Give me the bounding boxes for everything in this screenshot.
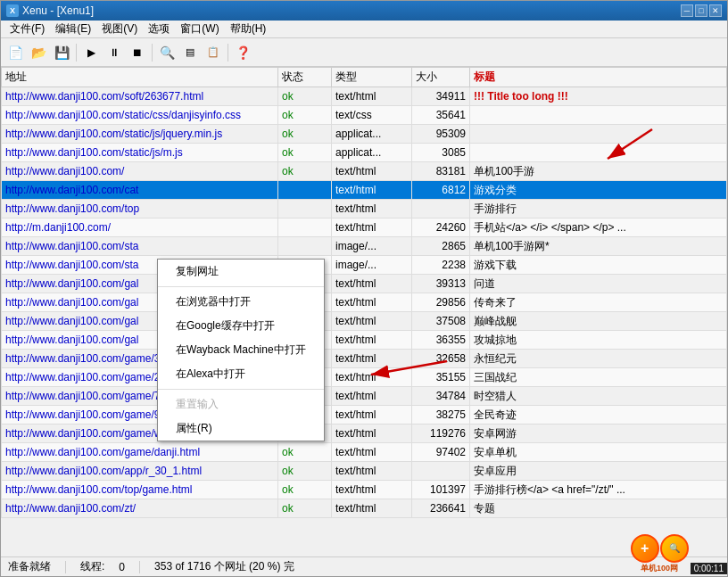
context-menu-sep2 <box>158 389 324 390</box>
context-menu-open-browser[interactable]: 在浏览器中打开 <box>158 290 324 314</box>
context-menu-open-alexa[interactable]: 在Alexa中打开 <box>158 362 324 386</box>
table-cell-size: 32658 <box>412 350 470 368</box>
context-menu-properties[interactable]: 属性(R) <box>158 416 324 441</box>
table-row[interactable]: http://www.danji100.com/static/js/jquery… <box>2 125 727 144</box>
context-menu-open-wayback[interactable]: 在Wayback Machine中打开 <box>158 338 324 362</box>
context-menu-open-google-cache[interactable]: 在Google缓存中打开 <box>158 314 324 338</box>
table-cell-type: image/... <box>332 256 412 275</box>
table-cell-type: image/... <box>332 237 412 256</box>
toolbar-open[interactable]: 📂 <box>28 42 49 63</box>
table-cell-size: 101397 <box>412 481 470 499</box>
table-cell-title: 安卓单机 <box>470 443 727 462</box>
url-link[interactable]: http://www.danji100.com/zt/ <box>5 502 136 515</box>
url-link[interactable]: http://www.danji100.com/top <box>5 202 139 215</box>
table-row[interactable]: http://www.danji100.com/staimage/...2865… <box>2 237 727 256</box>
menu-window[interactable]: 窗口(W) <box>175 20 224 38</box>
status-text: 准备就绪 <box>8 559 51 574</box>
table-cell-url: http://m.danji100.com/ <box>2 218 278 237</box>
url-link[interactable]: http://www.danji100.com/ <box>5 165 124 177</box>
url-link[interactable]: http://www.danji100.com/sta <box>5 259 138 271</box>
menu-view[interactable]: 视图(V) <box>96 20 143 38</box>
col-header-status[interactable]: 状态 <box>278 68 332 87</box>
title-bar-left: X Xenu - [Xenu1] <box>6 4 94 17</box>
toolbar-pause[interactable]: ⏸ <box>103 42 125 63</box>
table-cell-url: http://www.danji100.com/soft/263677.html <box>2 87 278 106</box>
close-button[interactable]: ✕ <box>709 4 722 17</box>
table-row[interactable]: http://www.danji100.com/galoktext/html39… <box>2 275 727 293</box>
url-link[interactable]: http://www.danji100.com/top/game.html <box>5 483 192 496</box>
table-row[interactable]: http://www.danji100.com/game/95.htmlokte… <box>2 406 727 425</box>
col-header-type[interactable]: 类型 <box>332 68 412 87</box>
table-cell-size: 95309 <box>412 125 470 144</box>
url-link[interactable]: http://www.danji100.com/gal <box>5 296 138 309</box>
minimize-button[interactable]: ─ <box>681 4 693 17</box>
table-row[interactable]: http://www.danji100.com/top/game.htmlokt… <box>2 481 727 499</box>
table-row[interactable]: http://www.danji100.com/staimage/...2238… <box>2 256 727 275</box>
col-header-size[interactable]: 大小 <box>412 68 470 87</box>
url-link[interactable]: http://www.danji100.com/app/r_30_1.html <box>5 465 202 477</box>
table-row[interactable]: http://www.danji100.com/app/r_30_1.htmlo… <box>2 462 727 481</box>
toolbar-start[interactable]: ▶ <box>80 42 102 63</box>
url-link[interactable]: http://www.danji100.com/static/js/m.js <box>5 146 183 159</box>
context-menu-copy-url[interactable]: 复制网址 <box>158 260 324 284</box>
toolbar-find[interactable]: 🔍 <box>156 42 178 63</box>
table-row[interactable]: http://www.danji100.com/static/css/danji… <box>2 106 727 125</box>
table-cell-size: 29856 <box>412 293 470 312</box>
table-row[interactable]: http://www.danji100.com/static/js/m.jsok… <box>2 144 727 162</box>
toolbar-new[interactable]: 📄 <box>4 42 26 63</box>
table-row[interactable]: http://www.danji100.com/galoktext/html36… <box>2 331 727 350</box>
table-row[interactable]: http://www.danji100.com/cattext/html6812… <box>2 181 727 200</box>
url-link[interactable]: http://www.danji100.com/static/css/danji… <box>5 109 241 121</box>
table-cell-title: 游戏分类 <box>470 181 727 200</box>
menu-options[interactable]: 选项 <box>143 20 175 38</box>
table-row[interactable]: http://www.danji100.com/game/202.htmlokt… <box>2 368 727 387</box>
col-header-title[interactable]: 标题 <box>470 68 727 87</box>
url-link[interactable]: http://www.danji100.com/gal <box>5 277 138 290</box>
table-row[interactable]: http://www.danji100.com/toptext/html手游排行 <box>2 200 727 218</box>
menu-edit[interactable]: 编辑(E) <box>50 20 96 38</box>
table-row[interactable]: http://www.danji100.com/galoktext/html37… <box>2 312 727 331</box>
context-menu-reset-input[interactable]: 重置输入 <box>158 392 324 416</box>
url-link[interactable]: http://www.danji100.com/static/js/jquery… <box>5 128 222 140</box>
toolbar-props[interactable]: 📋 <box>203 42 224 63</box>
table-cell-status <box>278 200 332 218</box>
table-row[interactable]: http://www.danji100.com/galoktext/html29… <box>2 293 727 312</box>
table-cell-type: text/html <box>332 293 412 312</box>
table-cell-url: http://www.danji100.com/cat <box>2 181 278 200</box>
url-link[interactable]: http://m.danji100.com/ <box>5 221 111 234</box>
url-link[interactable]: http://www.danji100.com/gal <box>5 334 138 346</box>
table-cell-type: text/css <box>332 106 412 125</box>
toolbar-sep1 <box>76 44 77 62</box>
table-row[interactable]: http://www.danji100.com/oktext/html83181… <box>2 162 727 181</box>
table-row[interactable]: http://www.danji100.com/zt/oktext/html23… <box>2 499 727 518</box>
col-header-url[interactable]: 地址 <box>2 68 278 87</box>
table-cell-status: ok <box>278 125 332 144</box>
table-cell-url: http://www.danji100.com/static/css/danji… <box>2 106 278 125</box>
table-row[interactable]: http://www.danji100.com/game/302.htmlokt… <box>2 350 727 368</box>
table-row[interactable]: http://www.danji100.com/game/72.htmlokte… <box>2 387 727 406</box>
url-link[interactable]: http://www.danji100.com/sta <box>5 240 138 252</box>
table-container[interactable]: 地址 状态 类型 大小 标题 http://www.danji100.com/s… <box>1 67 727 556</box>
url-link[interactable]: http://www.danji100.com/gal <box>5 315 138 327</box>
table-row[interactable]: http://m.danji100.com/text/html24260手机站<… <box>2 218 727 237</box>
toolbar-save[interactable]: 💾 <box>51 42 72 63</box>
table-cell-title: 手游排行 <box>470 200 727 218</box>
toolbar-list[interactable]: ▤ <box>179 42 201 63</box>
table-cell-size <box>412 462 470 481</box>
url-link[interactable]: http://www.danji100.com/cat <box>5 184 138 196</box>
toolbar-help[interactable]: ❓ <box>232 42 253 63</box>
table-cell-status <box>278 218 332 237</box>
table-cell-url: http://www.danji100.com/zt/ <box>2 499 278 518</box>
maximize-button[interactable]: □ <box>695 4 707 17</box>
table-row[interactable]: http://www.danji100.com/game/wangyou.htm… <box>2 425 727 443</box>
url-link[interactable]: http://www.danji100.com/game/danji.html <box>5 446 200 458</box>
toolbar-stop[interactable]: ⏹ <box>127 42 148 63</box>
table-cell-size <box>412 200 470 218</box>
table-cell-title: 三国战纪 <box>470 368 727 387</box>
menu-file[interactable]: 文件(F) <box>4 20 50 38</box>
url-link[interactable]: http://www.danji100.com/soft/263677.html <box>5 90 203 103</box>
table-row[interactable]: http://www.danji100.com/soft/263677.html… <box>2 87 727 106</box>
table-row[interactable]: http://www.danji100.com/game/danji.htmlo… <box>2 443 727 462</box>
table-cell-size: 6812 <box>412 181 470 200</box>
menu-help[interactable]: 帮助(H) <box>225 20 272 38</box>
